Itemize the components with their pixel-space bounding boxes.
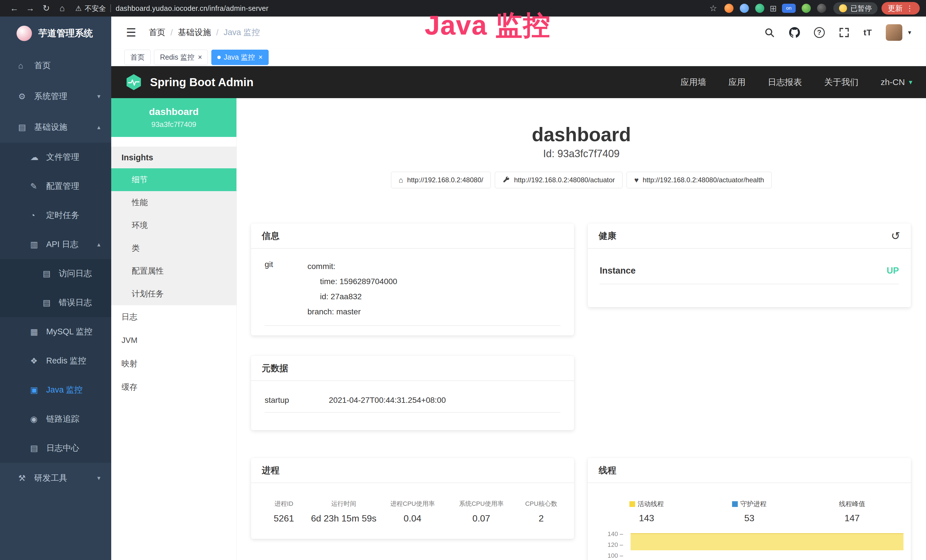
instance-home-link[interactable]: ⌂ http://192.168.0.2:48080/ bbox=[391, 172, 491, 188]
bookmark-star-icon[interactable]: ☆ bbox=[705, 0, 721, 17]
sidebar-item-label: 定时任务 bbox=[46, 210, 79, 221]
hamburger-icon[interactable]: ☰ bbox=[126, 26, 136, 39]
sba-nav-wallboard[interactable]: 应用墙 bbox=[681, 76, 706, 88]
sidebar-item-home[interactable]: ⌂ 首页 bbox=[0, 50, 111, 81]
instance-nav-environment[interactable]: 环境 bbox=[111, 214, 236, 237]
process-col-value: 6d 23h 15m 59s bbox=[309, 513, 378, 524]
extension-toggle-icon[interactable]: on bbox=[782, 4, 796, 13]
instance-actuator-link[interactable]: http://192.168.0.2:48080/actuator bbox=[495, 172, 623, 188]
sidebar-item-error-logs[interactable]: ▤ 错误日志 bbox=[0, 288, 111, 317]
tab-home[interactable]: 首页 bbox=[124, 50, 151, 65]
history-icon[interactable]: ↺ bbox=[891, 230, 900, 242]
github-icon[interactable] bbox=[789, 27, 800, 38]
instance-nav-caches[interactable]: 缓存 bbox=[111, 375, 236, 399]
sidebar-item-label: Redis 监控 bbox=[46, 355, 86, 366]
forward-icon[interactable]: → bbox=[22, 0, 38, 17]
legend-label: 线程峰值 bbox=[839, 499, 865, 509]
sidebar-item-label: 链路追踪 bbox=[46, 413, 79, 425]
sidebar-item-label: 配置管理 bbox=[46, 180, 79, 192]
instance-nav-config-props[interactable]: 配置属性 bbox=[111, 260, 236, 282]
help-icon[interactable]: ? bbox=[814, 27, 825, 38]
extensions-grid-icon[interactable]: ⊞ bbox=[770, 3, 777, 14]
user-avatar[interactable] bbox=[886, 24, 902, 41]
sba-nav-journal[interactable]: 日志报表 bbox=[768, 76, 802, 88]
kebab-menu-icon[interactable]: ⋮ bbox=[906, 4, 914, 13]
legend-peak-threads: 线程峰值 147 bbox=[801, 499, 903, 524]
search-icon[interactable] bbox=[764, 27, 775, 38]
extension-icon[interactable] bbox=[755, 4, 764, 13]
close-icon[interactable]: × bbox=[198, 53, 202, 61]
sidebar-item-tracing[interactable]: ◉ 链路追踪 bbox=[0, 404, 111, 434]
info-line: commit: bbox=[307, 259, 560, 274]
sidebar-item-infrastructure[interactable]: ▤ 基础设施 ▴ bbox=[0, 112, 111, 143]
y-axis-tick: 140 bbox=[588, 530, 623, 538]
metadata-card-title: 元数据 bbox=[251, 356, 574, 381]
paused-extension-badge[interactable]: 已暂停 bbox=[833, 2, 878, 14]
wrench-icon bbox=[502, 176, 510, 184]
tab-label: Java 监控 bbox=[224, 53, 255, 62]
extension-icon[interactable] bbox=[724, 4, 734, 13]
metadata-value: 2021-04-27T00:44:31.254+08:00 bbox=[329, 396, 446, 405]
sba-locale-select[interactable]: zh-CN ▾ bbox=[881, 77, 912, 87]
address-bar[interactable]: ⚠ 不安全 dashboard.yudao.iocoder.cn/infra/a… bbox=[75, 4, 268, 13]
chevron-up-icon: ▴ bbox=[97, 124, 100, 131]
annotation-java-monitor: Java 监控 bbox=[379, 8, 596, 44]
breadcrumb-infrastructure[interactable]: 基础设施 bbox=[178, 27, 211, 38]
sidebar-item-label: 访问日志 bbox=[59, 268, 92, 279]
instance-header[interactable]: dashboard 93a3fc7f7409 bbox=[111, 98, 236, 137]
legend-daemon-threads: 守护进程 53 bbox=[698, 499, 800, 524]
browser-home-icon[interactable]: ⌂ bbox=[54, 0, 70, 17]
sidebar-item-java-monitor[interactable]: ▣ Java 监控 bbox=[0, 375, 111, 404]
emoji-icon bbox=[839, 4, 847, 12]
fullscreen-icon[interactable] bbox=[838, 27, 850, 38]
app-logo[interactable]: 芋道管理系统 bbox=[0, 17, 111, 50]
sba-nav-applications[interactable]: 应用 bbox=[728, 76, 746, 88]
infrastructure-icon: ▤ bbox=[18, 123, 31, 132]
extension-icon[interactable] bbox=[740, 4, 749, 13]
instance-nav-logs[interactable]: 日志 bbox=[111, 305, 236, 328]
reload-icon[interactable]: ↻ bbox=[38, 0, 54, 17]
sba-nav-about[interactable]: 关于我们 bbox=[824, 76, 858, 88]
sba-brand-title[interactable]: Spring Boot Admin bbox=[150, 76, 254, 89]
browser-update-button[interactable]: 更新 ⋮ bbox=[882, 2, 920, 15]
info-row-git: git commit: time: 1596289704000 id: 27aa… bbox=[265, 259, 560, 326]
sidebar-item-mysql-monitor[interactable]: ▦ MySQL 监控 bbox=[0, 317, 111, 346]
extension-icon[interactable] bbox=[802, 4, 811, 13]
breadcrumb-home[interactable]: 首页 bbox=[149, 27, 165, 38]
sidebar-item-system-management[interactable]: ⚙ 系统管理 ▾ bbox=[0, 81, 111, 112]
close-icon[interactable]: × bbox=[259, 53, 263, 61]
instance-nav-classes[interactable]: 类 bbox=[111, 237, 236, 260]
security-label: 不安全 bbox=[85, 4, 106, 13]
instance-nav-mappings[interactable]: 映射 bbox=[111, 352, 236, 375]
sidebar-item-dev-tools[interactable]: ⚒ 研发工具 ▾ bbox=[0, 463, 111, 493]
instance-health-link[interactable]: ♥ http://192.168.0.2:48080/actuator/heal… bbox=[626, 172, 772, 188]
extension-puzzle-icon[interactable] bbox=[817, 4, 826, 13]
health-row-instance: Instance UP bbox=[600, 266, 899, 284]
threads-chart: 140 120 100 bbox=[588, 530, 911, 560]
sidebar-item-log-center[interactable]: ▤ 日志中心 bbox=[0, 434, 111, 463]
instance-links: ⌂ http://192.168.0.2:48080/ http://192.1… bbox=[237, 172, 926, 188]
tab-java-monitor[interactable]: Java 监控 × bbox=[211, 50, 268, 65]
sidebar-item-config-management[interactable]: ✎ 配置管理 bbox=[0, 172, 111, 201]
sidebar-item-api-logs[interactable]: ▥ API 日志 ▴ bbox=[0, 230, 111, 259]
gear-icon: ⚙ bbox=[18, 92, 31, 101]
instance-nav-details[interactable]: 细节 bbox=[111, 168, 236, 191]
tab-redis-monitor[interactable]: Redis 监控 × bbox=[154, 50, 208, 65]
instance-nav-jvm[interactable]: JVM bbox=[111, 328, 236, 352]
instance-nav-performance[interactable]: 性能 bbox=[111, 191, 236, 214]
sidebar-item-file-management[interactable]: ☁ 文件管理 bbox=[0, 143, 111, 172]
font-size-icon[interactable]: tT bbox=[864, 28, 872, 37]
sidebar-item-scheduled-tasks[interactable]: ◔ 定时任务 bbox=[0, 201, 111, 230]
active-threads-area bbox=[631, 533, 903, 550]
process-col-header: 进程CPU使用率 bbox=[378, 499, 447, 508]
sidebar-item-access-logs[interactable]: ▤ 访问日志 bbox=[0, 259, 111, 288]
avatar-caret-icon[interactable]: ▾ bbox=[908, 29, 911, 36]
monitor-icon: ▣ bbox=[30, 385, 43, 395]
edit-icon: ✎ bbox=[30, 182, 43, 191]
instance-nav-scheduled-tasks[interactable]: 计划任务 bbox=[111, 282, 236, 305]
sidebar-item-redis-monitor[interactable]: ❖ Redis 监控 bbox=[0, 346, 111, 375]
back-icon[interactable]: ← bbox=[6, 0, 22, 17]
process-col-header: 进程ID bbox=[259, 499, 309, 508]
url-text[interactable]: dashboard.yudao.iocoder.cn/infra/admin-s… bbox=[115, 4, 268, 12]
process-card: 进程 进程ID 5261 运行时间 6d 23h 15m 59s 进程CPU使用… bbox=[251, 458, 574, 539]
